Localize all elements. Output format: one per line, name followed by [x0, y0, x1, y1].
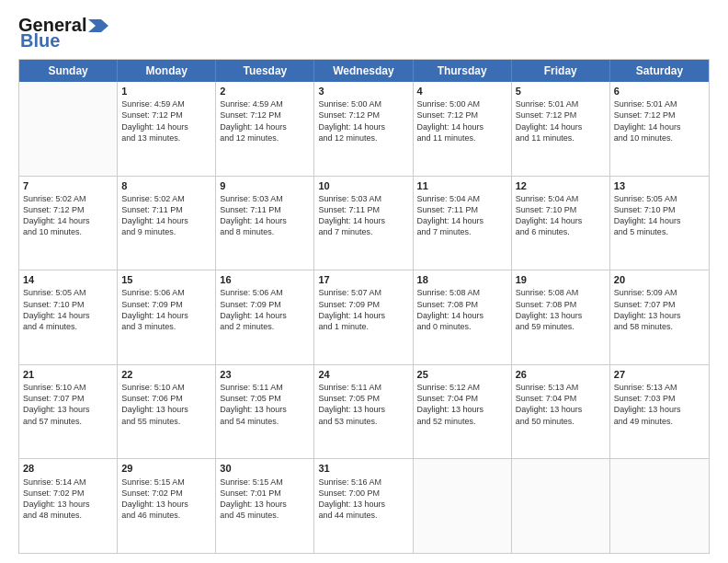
- cal-cell: 9Sunrise: 5:03 AM Sunset: 7:11 PM Daylig…: [216, 177, 314, 270]
- cal-cell: 16Sunrise: 5:06 AM Sunset: 7:09 PM Dayli…: [216, 270, 314, 364]
- day-number: 5: [516, 85, 606, 98]
- day-info: Sunrise: 5:06 AM Sunset: 7:09 PM Dayligh…: [220, 287, 310, 332]
- day-number: 2: [220, 85, 310, 98]
- logo: General Blue: [18, 15, 108, 52]
- day-info: Sunrise: 5:03 AM Sunset: 7:11 PM Dayligh…: [220, 193, 310, 238]
- day-number: 3: [318, 85, 408, 98]
- day-number: 11: [417, 179, 507, 192]
- day-number: 31: [318, 462, 408, 475]
- day-info: Sunrise: 5:10 AM Sunset: 7:07 PM Dayligh…: [23, 382, 113, 427]
- weekday-thursday: Thursday: [414, 60, 512, 82]
- day-info: Sunrise: 5:01 AM Sunset: 7:12 PM Dayligh…: [516, 98, 606, 144]
- day-number: 28: [23, 462, 113, 475]
- day-info: Sunrise: 5:10 AM Sunset: 7:06 PM Dayligh…: [121, 382, 211, 427]
- weekday-tuesday: Tuesday: [216, 60, 314, 82]
- cal-cell: [610, 459, 709, 553]
- calendar: SundayMondayTuesdayWednesdayThursdayFrid…: [18, 59, 710, 554]
- cal-cell: 29Sunrise: 5:15 AM Sunset: 7:02 PM Dayli…: [118, 459, 216, 553]
- day-number: 7: [23, 179, 113, 192]
- cal-cell: 11Sunrise: 5:04 AM Sunset: 7:11 PM Dayli…: [414, 177, 512, 270]
- day-info: Sunrise: 5:12 AM Sunset: 7:04 PM Dayligh…: [417, 382, 507, 427]
- day-number: 13: [614, 179, 705, 192]
- cal-cell: 5Sunrise: 5:01 AM Sunset: 7:12 PM Daylig…: [512, 82, 610, 176]
- weekday-sunday: Sunday: [19, 60, 118, 82]
- day-info: Sunrise: 5:08 AM Sunset: 7:08 PM Dayligh…: [417, 287, 507, 332]
- day-number: 17: [318, 273, 408, 286]
- day-number: 25: [417, 368, 507, 381]
- day-info: Sunrise: 5:00 AM Sunset: 7:12 PM Dayligh…: [417, 98, 507, 144]
- day-info: Sunrise: 5:14 AM Sunset: 7:02 PM Dayligh…: [23, 477, 113, 522]
- day-number: 29: [121, 462, 211, 475]
- cal-cell: 8Sunrise: 5:02 AM Sunset: 7:11 PM Daylig…: [118, 177, 216, 270]
- day-number: 26: [516, 368, 606, 381]
- day-info: Sunrise: 5:13 AM Sunset: 7:04 PM Dayligh…: [516, 382, 606, 427]
- day-number: 19: [516, 273, 606, 286]
- day-number: 27: [614, 368, 705, 381]
- header: General Blue: [18, 15, 710, 52]
- calendar-body: 1Sunrise: 4:59 AM Sunset: 7:12 PM Daylig…: [19, 82, 709, 553]
- weekday-friday: Friday: [512, 60, 610, 82]
- day-info: Sunrise: 5:02 AM Sunset: 7:11 PM Dayligh…: [121, 193, 211, 238]
- cal-cell: 23Sunrise: 5:11 AM Sunset: 7:05 PM Dayli…: [216, 365, 314, 459]
- day-info: Sunrise: 5:04 AM Sunset: 7:10 PM Dayligh…: [516, 193, 606, 238]
- day-number: 14: [23, 273, 113, 286]
- day-number: 21: [23, 368, 113, 381]
- cal-cell: 3Sunrise: 5:00 AM Sunset: 7:12 PM Daylig…: [314, 82, 413, 176]
- cal-cell: 26Sunrise: 5:13 AM Sunset: 7:04 PM Dayli…: [512, 365, 610, 459]
- cal-cell: 2Sunrise: 4:59 AM Sunset: 7:12 PM Daylig…: [216, 82, 314, 176]
- day-number: 20: [614, 273, 705, 286]
- day-info: Sunrise: 5:04 AM Sunset: 7:11 PM Dayligh…: [417, 193, 507, 238]
- day-info: Sunrise: 4:59 AM Sunset: 7:12 PM Dayligh…: [121, 98, 211, 144]
- day-info: Sunrise: 5:00 AM Sunset: 7:12 PM Dayligh…: [318, 98, 408, 144]
- cal-cell: 7Sunrise: 5:02 AM Sunset: 7:12 PM Daylig…: [19, 177, 118, 270]
- cal-cell: 14Sunrise: 5:05 AM Sunset: 7:10 PM Dayli…: [19, 270, 118, 364]
- week-row-3: 14Sunrise: 5:05 AM Sunset: 7:10 PM Dayli…: [19, 270, 709, 365]
- cal-cell: 21Sunrise: 5:10 AM Sunset: 7:07 PM Dayli…: [19, 365, 118, 459]
- day-number: 16: [220, 273, 310, 286]
- day-info: Sunrise: 5:15 AM Sunset: 7:01 PM Dayligh…: [220, 477, 310, 522]
- day-info: Sunrise: 5:11 AM Sunset: 7:05 PM Dayligh…: [220, 382, 310, 427]
- day-info: Sunrise: 5:05 AM Sunset: 7:10 PM Dayligh…: [614, 193, 705, 238]
- cal-cell: [414, 459, 512, 553]
- cal-cell: 22Sunrise: 5:10 AM Sunset: 7:06 PM Dayli…: [118, 365, 216, 459]
- day-info: Sunrise: 5:11 AM Sunset: 7:05 PM Dayligh…: [318, 382, 408, 427]
- svg-marker-0: [88, 19, 108, 32]
- day-info: Sunrise: 5:16 AM Sunset: 7:00 PM Dayligh…: [318, 477, 408, 522]
- cal-cell: 6Sunrise: 5:01 AM Sunset: 7:12 PM Daylig…: [610, 82, 709, 176]
- week-row-5: 28Sunrise: 5:14 AM Sunset: 7:02 PM Dayli…: [19, 459, 709, 553]
- day-number: 24: [318, 368, 408, 381]
- weekday-saturday: Saturday: [610, 60, 709, 82]
- day-number: 1: [121, 85, 211, 98]
- cal-cell: 20Sunrise: 5:09 AM Sunset: 7:07 PM Dayli…: [610, 270, 709, 364]
- day-info: Sunrise: 5:01 AM Sunset: 7:12 PM Dayligh…: [614, 98, 705, 144]
- day-info: Sunrise: 5:07 AM Sunset: 7:09 PM Dayligh…: [318, 287, 408, 332]
- cal-cell: 24Sunrise: 5:11 AM Sunset: 7:05 PM Dayli…: [314, 365, 413, 459]
- cal-cell: 13Sunrise: 5:05 AM Sunset: 7:10 PM Dayli…: [610, 177, 709, 270]
- cal-cell: 27Sunrise: 5:13 AM Sunset: 7:03 PM Dayli…: [610, 365, 709, 459]
- day-number: 23: [220, 368, 310, 381]
- day-info: Sunrise: 5:05 AM Sunset: 7:10 PM Dayligh…: [23, 287, 113, 332]
- cal-cell: 17Sunrise: 5:07 AM Sunset: 7:09 PM Dayli…: [314, 270, 413, 364]
- day-number: 8: [121, 179, 211, 192]
- day-number: 15: [121, 273, 211, 286]
- weekday-monday: Monday: [118, 60, 216, 82]
- day-info: Sunrise: 5:02 AM Sunset: 7:12 PM Dayligh…: [23, 193, 113, 238]
- calendar-page: General Blue SundayMondayTuesdayWednesda…: [0, 0, 728, 563]
- day-number: 30: [220, 462, 310, 475]
- cal-cell: 25Sunrise: 5:12 AM Sunset: 7:04 PM Dayli…: [414, 365, 512, 459]
- cal-cell: 28Sunrise: 5:14 AM Sunset: 7:02 PM Dayli…: [19, 459, 118, 553]
- logo-blue: Blue: [20, 30, 60, 52]
- cal-cell: 31Sunrise: 5:16 AM Sunset: 7:00 PM Dayli…: [314, 459, 413, 553]
- day-info: Sunrise: 5:08 AM Sunset: 7:08 PM Dayligh…: [516, 287, 606, 332]
- day-number: 10: [318, 179, 408, 192]
- day-info: Sunrise: 5:03 AM Sunset: 7:11 PM Dayligh…: [318, 193, 408, 238]
- weekday-wednesday: Wednesday: [314, 60, 413, 82]
- cal-cell: 4Sunrise: 5:00 AM Sunset: 7:12 PM Daylig…: [414, 82, 512, 176]
- day-info: Sunrise: 5:13 AM Sunset: 7:03 PM Dayligh…: [614, 382, 705, 427]
- day-number: 6: [614, 85, 705, 98]
- day-info: Sunrise: 5:15 AM Sunset: 7:02 PM Dayligh…: [121, 477, 211, 522]
- cal-cell: [19, 82, 118, 176]
- logo-icon: [88, 17, 108, 34]
- week-row-4: 21Sunrise: 5:10 AM Sunset: 7:07 PM Dayli…: [19, 365, 709, 460]
- day-number: 12: [516, 179, 606, 192]
